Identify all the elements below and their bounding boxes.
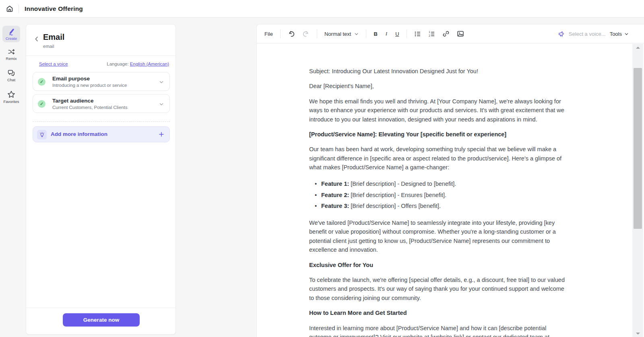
feature-rest: [Brief description] - Offers [benefit]. (349, 203, 441, 209)
bold-button[interactable]: B (371, 29, 380, 39)
field-title: Target audience (52, 98, 94, 104)
doc-paragraph[interactable]: Interested in learning more about [Produ… (309, 324, 570, 337)
image-button[interactable] (454, 28, 467, 39)
doc-heading[interactable]: [Product/Service Name]: Elevating Your [… (309, 130, 570, 139)
tools-label: Tools (610, 31, 622, 37)
select-voice-link[interactable]: Select a voice (39, 62, 68, 66)
check-icon: ✓ (38, 78, 45, 86)
scrollbar-thumb[interactable] (634, 68, 642, 229)
numbered-list-icon: 12 (428, 31, 435, 37)
doc-paragraph[interactable]: We've tailored [Product/Service Name] to… (309, 218, 570, 255)
rail-item-create[interactable]: Create (2, 26, 20, 42)
feature-rest: [Brief description] - Designed to [benef… (349, 181, 456, 187)
scroll-down-button[interactable] (632, 331, 643, 336)
check-icon: ✓ (38, 100, 45, 108)
panel-footer: Generate now (26, 308, 175, 334)
add-more-information-button[interactable]: Add more information (33, 126, 170, 142)
editor-toolbar: File Normal text B I U (257, 25, 644, 43)
underline-button[interactable]: U (392, 29, 402, 39)
star-icon (0, 90, 23, 99)
chevron-down-icon (354, 32, 359, 36)
doc-paragraph[interactable]: To celebrate the launch, we're offering … (309, 275, 570, 302)
back-button[interactable] (33, 36, 41, 43)
feature-list-item[interactable]: Feature 1: [Brief description] - Designe… (309, 179, 570, 188)
plus-icon (158, 131, 165, 138)
text-style-select[interactable]: Normal text (322, 29, 361, 39)
chevron-down-icon (159, 102, 164, 107)
panel-title: Email (43, 33, 64, 42)
feature-lead: Feature 3: (321, 203, 349, 209)
panel-header: Email email (26, 25, 175, 56)
doc-paragraph[interactable]: We hope this email finds you well and th… (309, 97, 570, 124)
language-label: Language: (107, 62, 128, 66)
email-settings-panel: Email email Select a voice Language: Eng… (26, 24, 176, 335)
doc-heading[interactable]: How to Learn More and Get Started (309, 308, 570, 317)
chevron-down-icon (159, 80, 164, 84)
rail-item-chat[interactable]: Chat (0, 69, 23, 82)
bullet-list-icon (414, 31, 421, 37)
document-editor-area[interactable]: Subject: Introducing Our Latest Innovati… (257, 44, 633, 337)
undo-button[interactable] (285, 28, 298, 39)
pencil-icon (2, 28, 20, 35)
rail-item-favorites[interactable]: Favorites (0, 90, 23, 104)
voice-language-row: Select a voice Language: English (Americ… (39, 62, 169, 66)
field-value: Introducing a new product or service (52, 83, 127, 88)
add-more-label: Add more information (51, 131, 107, 137)
scroll-up-button[interactable] (632, 45, 643, 50)
toolbar-select-voice[interactable]: Select a voice... (558, 31, 606, 37)
toolbar-divider (407, 29, 407, 38)
vertical-scrollbar[interactable] (632, 44, 643, 337)
rail-label-chat: Chat (0, 78, 23, 82)
feature-list: Feature 1: [Brief description] - Designe… (309, 179, 570, 211)
language-link[interactable]: English (American) (130, 62, 169, 66)
bullet-list-button[interactable] (411, 29, 424, 39)
triangle-up-icon (636, 47, 640, 49)
numbered-list-button[interactable]: 12 (425, 29, 438, 39)
doc-paragraph[interactable]: Our team has been hard at work, developi… (309, 145, 570, 172)
dashed-divider (33, 121, 170, 122)
doc-greeting[interactable]: Dear [Recipient's Name], (309, 82, 570, 90)
link-button[interactable] (440, 28, 452, 39)
rail-label-create: Create (2, 36, 20, 41)
page-title: Innovative Offering (25, 5, 83, 12)
toolbar-divider (366, 29, 366, 38)
generate-now-button[interactable]: Generate now (63, 313, 140, 327)
doc-heading[interactable]: Exclusive Offer for You (309, 261, 570, 269)
rail-item-remix[interactable]: Remix (0, 48, 23, 61)
home-icon (6, 5, 14, 13)
feature-rest: [Brief description] - Ensures [benefit]. (349, 192, 446, 198)
field-value: Current Customers, Potential Clients (52, 105, 128, 110)
file-menu[interactable]: File (262, 29, 276, 39)
megaphone-icon (558, 31, 566, 37)
toolbar-select-voice-label: Select a voice... (569, 31, 606, 37)
feature-lead: Feature 1: (321, 181, 349, 187)
feature-list-item[interactable]: Feature 2: [Brief description] - Ensures… (309, 191, 570, 199)
tools-menu[interactable]: Tools (608, 29, 630, 39)
redo-button[interactable] (299, 28, 312, 39)
email-document: Subject: Introducing Our Latest Innovati… (309, 67, 570, 337)
panel-subtitle: email (43, 44, 54, 49)
toolbar-divider (280, 29, 281, 38)
image-icon (457, 30, 464, 37)
top-bar: Innovative Offering (0, 0, 644, 18)
link-icon (442, 30, 450, 37)
chat-bubbles-icon (0, 69, 23, 77)
topbar-divider (19, 4, 19, 13)
italic-button[interactable]: I (382, 29, 391, 39)
feature-list-item[interactable]: Feature 3: [Brief description] - Offers … (309, 201, 570, 210)
field-email-purpose[interactable]: ✓ Email purpose Introducing a new produc… (33, 72, 170, 91)
rail-label-favorites: Favorites (0, 99, 23, 104)
feature-lead: Feature 2: (321, 192, 349, 198)
redo-icon (302, 30, 310, 37)
doc-subject-line[interactable]: Subject: Introducing Our Latest Innovati… (309, 67, 570, 76)
language-setting: Language: English (American) (107, 62, 169, 66)
toolbar-divider (317, 29, 317, 38)
triangle-down-icon (636, 333, 640, 335)
undo-icon (288, 30, 295, 37)
text-style-value: Normal text (324, 31, 351, 37)
lightbulb-icon (37, 130, 47, 140)
editor-panel: File Normal text B I U (256, 24, 644, 337)
svg-text:2: 2 (429, 34, 430, 37)
home-button[interactable] (5, 4, 14, 14)
field-target-audience[interactable]: ✓ Target audience Current Customers, Pot… (33, 94, 170, 113)
